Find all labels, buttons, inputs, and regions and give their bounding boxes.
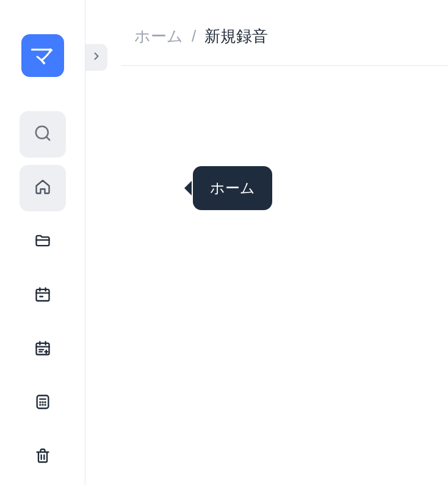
svg-point-22 [42,404,43,405]
sidebar-item-calendar[interactable] [20,272,66,319]
app-logo-label: マ [29,38,56,73]
svg-rect-8 [36,343,49,355]
app-root: マ [0,0,448,485]
sidebar-item-schedule-add[interactable] [20,326,66,373]
svg-point-21 [40,404,40,405]
expand-sidebar-button[interactable] [85,44,107,71]
breadcrumb: ホーム / 新規録音 [85,0,448,47]
sidebar-item-search[interactable] [20,111,66,158]
svg-point-19 [42,402,43,403]
svg-line-1 [46,137,49,140]
breadcrumb-separator: / [192,27,196,46]
trash-icon [34,447,51,467]
main-content: ホーム / 新規録音 ホーム [85,0,448,485]
sidebar-item-calculator[interactable] [20,380,66,426]
tooltip-home: ホーム [193,166,272,210]
svg-point-20 [45,402,45,403]
breadcrumb-home[interactable]: ホーム [134,26,183,47]
calculator-icon [34,393,51,413]
sidebar: マ [0,0,85,485]
sidebar-item-folder[interactable] [20,219,66,265]
schedule-add-icon [34,340,51,359]
search-icon [34,124,52,145]
svg-point-18 [40,402,40,403]
tooltip-label: ホーム [210,180,255,196]
chevron-right-icon [90,50,103,65]
breadcrumb-current: 新規録音 [204,26,268,47]
app-logo[interactable]: マ [21,34,64,77]
home-icon [34,178,51,198]
folder-icon [34,232,51,252]
svg-rect-3 [36,290,49,301]
sidebar-item-home[interactable] [20,165,66,211]
sidebar-item-trash[interactable] [20,434,66,480]
header-divider [121,65,448,66]
calendar-icon [34,286,51,305]
svg-point-23 [45,404,45,405]
